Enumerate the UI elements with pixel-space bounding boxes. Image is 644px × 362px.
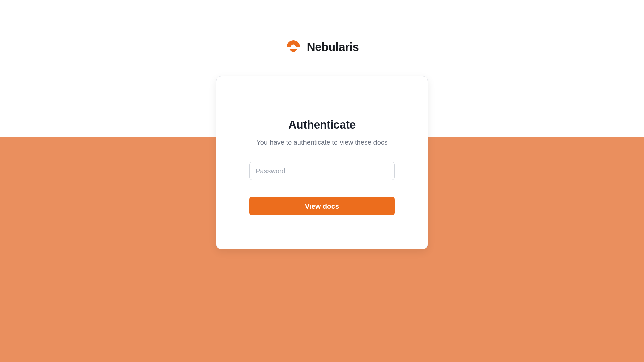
brand-header: Nebularis: [285, 39, 359, 55]
auth-title: Authenticate: [288, 118, 356, 131]
brand-logo-icon: [285, 39, 301, 55]
content-wrapper: Nebularis Authenticate You have to authe…: [0, 0, 644, 249]
view-docs-button[interactable]: View docs: [249, 197, 395, 215]
password-input[interactable]: [249, 162, 395, 180]
auth-subtitle: You have to authenticate to view these d…: [256, 139, 388, 146]
auth-card: Authenticate You have to authenticate to…: [216, 76, 428, 249]
svg-point-0: [291, 45, 296, 50]
brand-name: Nebularis: [307, 40, 359, 54]
